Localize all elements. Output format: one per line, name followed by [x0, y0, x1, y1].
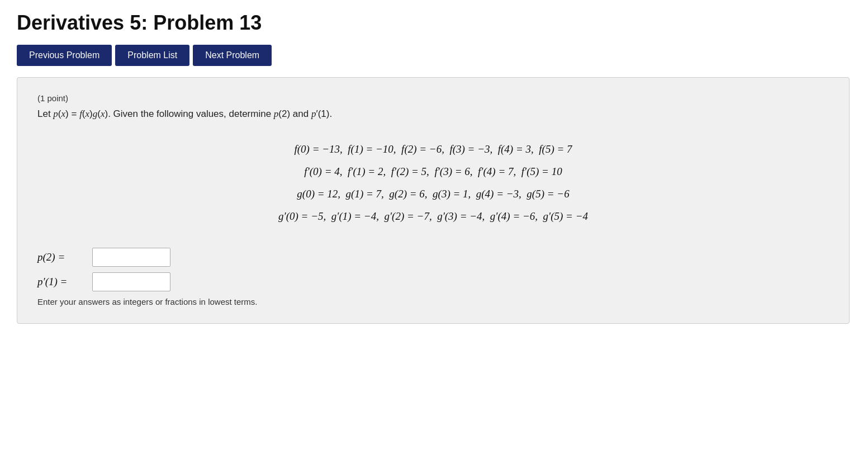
equations-block: f(0) = −13, f(1) = −10, f(2) = −6, f(3) …: [182, 138, 685, 228]
problem-statement: Let p(x) = f(x)g(x). Given the following…: [37, 106, 829, 121]
nav-buttons: Previous Problem Problem List Next Probl…: [17, 45, 851, 66]
equation-line-4: g′(0) = −5, g′(1) = −4, g′(2) = −7, g′(3…: [182, 205, 685, 228]
prev-problem-button[interactable]: Previous Problem: [17, 45, 112, 66]
pprime1-input[interactable]: [92, 272, 170, 291]
equation-line-2: f′(0) = 4, f′(1) = 2, f′(2) = 5, f′(3) =…: [182, 161, 685, 183]
answer-footer: Enter your answers as integers or fracti…: [37, 297, 829, 306]
equation-line-3: g(0) = 12, g(1) = 7, g(2) = 6, g(3) = 1,…: [182, 183, 685, 205]
page-title: Derivatives 5: Problem 13: [17, 11, 851, 35]
next-problem-button[interactable]: Next Problem: [193, 45, 272, 66]
answer-row-pprime1: p′(1) =: [37, 272, 829, 291]
pprime1-label: p′(1) =: [37, 276, 88, 288]
p2-input[interactable]: [92, 248, 170, 267]
problem-list-button[interactable]: Problem List: [115, 45, 189, 66]
p2-label: p(2) =: [37, 251, 88, 263]
answer-section: p(2) = p′(1) = Enter your answers as int…: [37, 248, 829, 306]
problem-box: (1 point) Let p(x) = f(x)g(x). Given the…: [17, 77, 850, 324]
answer-row-p2: p(2) =: [37, 248, 829, 267]
points-label: (1 point): [37, 93, 829, 103]
equation-line-1: f(0) = −13, f(1) = −10, f(2) = −6, f(3) …: [182, 138, 685, 161]
